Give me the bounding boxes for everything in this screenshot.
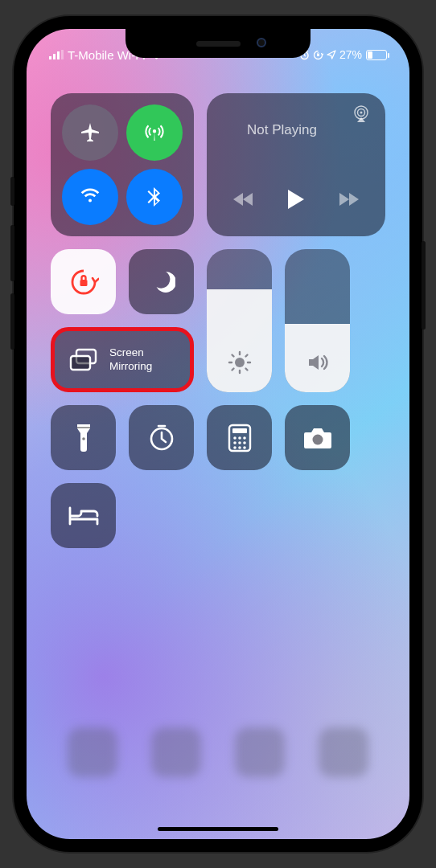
moon-icon [148,268,175,296]
dock-app-blur [151,727,201,777]
dock-app-blur [235,727,285,777]
media-module[interactable]: Not Playing [207,93,385,236]
svg-point-23 [243,441,246,444]
screen-mirroring-label-line2: Mirroring [109,360,152,373]
home-indicator[interactable] [158,827,278,831]
airplay-audio-icon[interactable] [352,104,371,124]
brightness-slider[interactable] [207,249,272,392]
cellular-data-toggle[interactable] [126,104,183,161]
svg-point-12 [235,358,245,367]
svg-point-25 [238,446,241,449]
orientation-lock-icon [313,50,323,60]
media-title: Not Playing [247,122,369,138]
play-button[interactable] [286,188,306,211]
media-controls [223,188,369,211]
brightness-icon [228,350,252,375]
mute-switch [10,177,14,206]
dock-blur [51,712,385,792]
timer-icon [147,424,176,452]
notch [125,29,311,58]
connectivity-module[interactable] [51,93,194,236]
svg-point-26 [243,446,246,449]
svg-point-14 [82,437,85,440]
screen-mirroring-label-line1: Screen [109,346,152,359]
dock-app-blur [319,727,368,777]
power-button [422,241,426,330]
screen-mirroring-tile[interactable]: Screen Mirroring [51,327,194,392]
svg-rect-13 [77,427,90,428]
next-track-button[interactable] [338,191,359,207]
cellular-antenna-icon [142,121,167,145]
orientation-lock-icon [68,267,99,297]
svg-rect-9 [80,280,87,286]
svg-point-24 [233,446,237,449]
brightness-fill [207,289,272,392]
svg-point-20 [243,436,246,440]
volume-slider[interactable] [285,249,350,392]
front-camera [257,38,266,47]
battery-icon [366,50,387,60]
volume-down-button [10,293,14,350]
signal-icon [49,50,64,59]
svg-rect-0 [49,56,51,59]
svg-rect-17 [232,428,247,433]
screen-mirroring-label: Screen Mirroring [109,346,152,372]
svg-point-8 [360,112,363,114]
svg-point-21 [233,441,237,444]
orientation-lock-tile[interactable] [51,249,116,314]
flashlight-tile[interactable] [51,405,116,470]
sleep-tile[interactable] [51,483,116,548]
bluetooth-icon [142,185,167,209]
svg-point-22 [238,441,241,444]
camera-icon [302,426,333,450]
calculator-tile[interactable] [207,405,272,470]
calculator-icon [228,424,252,452]
timer-tile[interactable] [129,405,194,470]
bed-icon [68,505,100,527]
wifi-icon [78,185,102,209]
status-right: 27% [299,48,387,61]
svg-rect-1 [53,54,56,59]
svg-rect-5 [317,54,319,56]
screen-mirroring-icon [69,348,98,372]
svg-rect-3 [61,50,64,59]
svg-rect-11 [71,356,90,370]
flashlight-icon [75,423,93,453]
location-icon [327,50,336,59]
wifi-toggle[interactable] [62,169,118,225]
previous-track-button[interactable] [233,191,254,207]
svg-point-27 [312,434,323,444]
volume-icon [306,350,330,375]
svg-point-19 [238,436,241,440]
volume-up-button [10,225,14,281]
bluetooth-toggle[interactable] [126,169,183,225]
camera-tile[interactable] [285,405,350,470]
airplane-mode-toggle[interactable] [62,104,118,161]
phone-frame: T-Mobile Wi-Fi 27% [14,16,422,852]
svg-point-18 [233,436,237,440]
speaker-grille [196,41,241,47]
svg-rect-2 [57,51,60,59]
do-not-disturb-tile[interactable] [129,249,194,314]
airplane-icon [78,121,102,145]
screen: T-Mobile Wi-Fi 27% [27,29,409,839]
battery-percent-label: 27% [339,48,362,61]
dock-app-blur [68,727,117,777]
